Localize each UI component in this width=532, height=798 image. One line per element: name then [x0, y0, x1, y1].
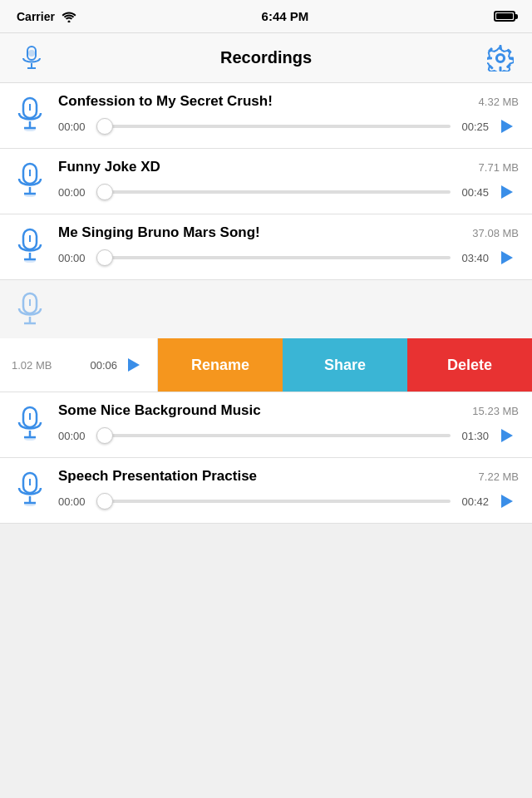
start-time: 00:00 — [58, 252, 90, 264]
mic-icon — [15, 162, 45, 199]
battery-icon — [494, 11, 515, 22]
recording-title: Confession to My Secret Crush! — [58, 93, 472, 110]
mic-icon — [15, 292, 45, 328]
gear-icon — [487, 45, 514, 71]
svg-rect-9 — [487, 57, 492, 59]
recording-size: 4.32 MB — [479, 96, 519, 108]
recording-icon — [13, 95, 47, 135]
recording-info: Some Nice Background Music 15.23 MB 00:0… — [58, 402, 519, 447]
recording-header: Funny Joke XD 7.71 MB — [58, 159, 519, 175]
recording-info: Funny Joke XD 7.71 MB 00:00 00:45 — [58, 159, 519, 204]
recording-header: Confession to My Secret Crush! 4.32 MB — [58, 93, 519, 110]
recording-row: Some Nice Background Music 15.23 MB 00:0… — [13, 402, 519, 447]
recording-size: 7.22 MB — [479, 470, 519, 483]
recording-size: 37.08 MB — [472, 227, 519, 239]
recording-header: Some Nice Background Music 15.23 MB — [58, 402, 519, 419]
slider-thumb[interactable] — [96, 427, 113, 444]
play-button[interactable] — [495, 490, 519, 513]
svg-point-24 — [24, 194, 36, 197]
status-bar: Carrier 6:44 PM — [0, 0, 532, 33]
recording-size: 15.23 MB — [472, 405, 519, 417]
slider-thumb[interactable] — [96, 184, 113, 200]
carrier-label: Carrier — [17, 10, 55, 23]
recording-header: Speech Presentation Practise 7.22 MB — [58, 468, 519, 485]
progress-slider[interactable] — [96, 125, 451, 128]
recording-info: Confession to My Secret Crush! 4.32 MB 0… — [58, 93, 519, 138]
recording-row: Speech Presentation Practise 7.22 MB 00:… — [13, 468, 519, 513]
record-button[interactable] — [13, 40, 50, 76]
recording-controls: 00:00 03:40 — [58, 246, 519, 269]
expanded-controls: 00:06 — [90, 353, 145, 377]
share-button[interactable]: Share — [283, 338, 407, 392]
svg-point-38 — [24, 437, 36, 441]
play-button[interactable] — [122, 353, 145, 377]
delete-button[interactable]: Delete — [407, 338, 532, 392]
recording-title: Speech Presentation Practise — [58, 468, 472, 485]
recording-item: Me Singing Bruno Mars Song! 37.08 MB 00:… — [0, 214, 532, 280]
swipe-actions-row: 1.02 MB 00:06 Rename Share Delete — [0, 338, 532, 392]
play-icon — [501, 120, 513, 133]
progress-slider[interactable] — [96, 500, 451, 503]
recording-row: Me Singing Bruno Mars Song! 37.08 MB 00:… — [13, 224, 519, 269]
slider-thumb[interactable] — [96, 249, 113, 266]
recording-header: Me Singing Bruno Mars Song! 37.08 MB — [58, 224, 519, 241]
recording-title: Funny Joke XD — [58, 159, 472, 175]
progress-slider[interactable] — [96, 190, 451, 194]
recording-icon — [13, 404, 47, 444]
progress-slider[interactable] — [96, 434, 451, 437]
slider-thumb[interactable] — [96, 118, 113, 135]
delete-label: Delete — [447, 357, 492, 374]
swipe-left-panel: 1.02 MB 00:06 — [0, 338, 158, 392]
recording-row: Confession to My Secret Crush! 4.32 MB 0… — [13, 93, 519, 138]
svg-point-19 — [24, 128, 36, 131]
status-time: 6:44 PM — [262, 9, 309, 23]
recording-item-expanded: 1.02 MB 00:06 Rename Share Delete — [0, 280, 532, 392]
svg-rect-7 — [500, 45, 502, 50]
recording-title: Me Singing Bruno Mars Song! — [58, 224, 466, 241]
end-time: 01:30 — [457, 430, 489, 442]
recording-row: Funny Joke XD 7.71 MB 00:00 00:45 — [13, 159, 519, 204]
settings-button[interactable] — [482, 40, 519, 76]
recording-item: Funny Joke XD 7.71 MB 00:00 00:45 — [0, 149, 532, 214]
page-title: Recordings — [220, 48, 312, 67]
play-button[interactable] — [495, 246, 519, 269]
rename-label: Rename — [191, 357, 249, 374]
recording-controls: 00:00 00:42 — [58, 490, 519, 513]
play-button[interactable] — [495, 115, 519, 138]
slider-thumb[interactable] — [96, 493, 113, 510]
mic-icon — [15, 228, 45, 264]
share-label: Share — [324, 357, 366, 374]
recording-info: Me Singing Bruno Mars Song! 37.08 MB 00:… — [58, 224, 519, 269]
rename-button[interactable]: Rename — [158, 338, 283, 392]
recording-item: Some Nice Background Music 15.23 MB 00:0… — [0, 392, 532, 458]
recording-title: Some Nice Background Music — [58, 402, 466, 419]
play-icon — [501, 185, 513, 199]
microphone-icon — [18, 45, 45, 71]
progress-slider[interactable] — [96, 256, 451, 259]
svg-point-0 — [67, 20, 70, 22]
play-button[interactable] — [495, 424, 519, 447]
play-icon — [501, 429, 513, 442]
start-time: 00:00 — [58, 121, 90, 133]
svg-rect-8 — [500, 66, 502, 71]
mic-icon — [15, 471, 45, 508]
mic-icon — [15, 406, 45, 442]
start-time: 00:00 — [58, 495, 90, 508]
expanded-size: 1.02 MB — [12, 359, 52, 372]
start-time: 00:00 — [58, 430, 90, 442]
recording-icon — [13, 226, 47, 266]
play-icon — [501, 495, 513, 508]
mic-icon — [15, 96, 45, 133]
recording-controls: 00:00 00:45 — [58, 180, 519, 204]
play-icon — [128, 358, 140, 372]
start-time: 00:00 — [58, 186, 90, 199]
end-time: 00:25 — [457, 121, 489, 133]
recording-icon — [13, 290, 47, 330]
recording-controls: 00:00 00:25 — [58, 115, 519, 138]
recording-controls: 00:00 01:30 — [58, 424, 519, 447]
play-icon — [501, 251, 513, 264]
play-button[interactable] — [495, 180, 519, 204]
end-time: 03:40 — [457, 252, 489, 264]
wifi-icon — [62, 11, 76, 22]
svg-point-43 — [24, 503, 36, 506]
